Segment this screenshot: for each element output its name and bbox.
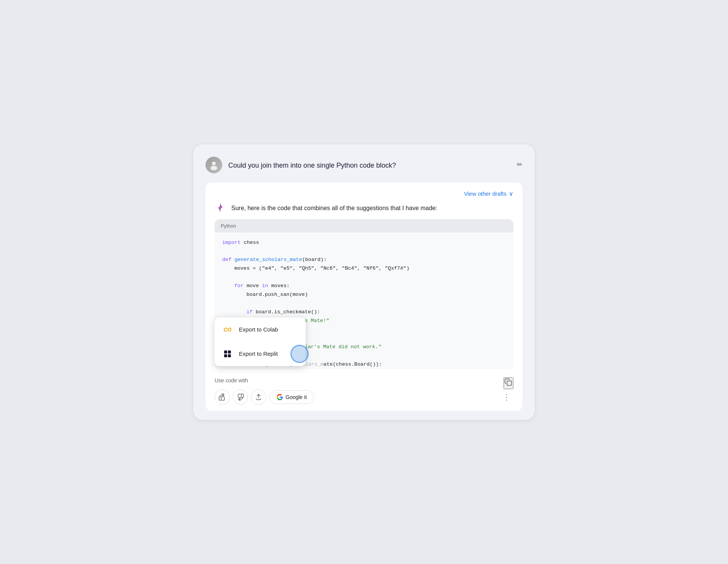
view-drafts-section: View other drafts ∨ [215, 190, 513, 197]
export-replit-item[interactable]: Export to Replit [215, 342, 306, 366]
thumbs-down-icon [237, 393, 244, 401]
code-line: if board.is_checkmate(): [222, 308, 506, 317]
ai-intro-text: Sure, here is the code that combines all… [231, 202, 437, 213]
svg-point-1 [210, 166, 217, 170]
svg-rect-4 [228, 350, 231, 353]
google-g-icon [276, 394, 283, 401]
export-replit-label: Export to Replit [239, 350, 278, 357]
svg-point-0 [212, 162, 216, 165]
replit-logo-icon [223, 349, 232, 358]
avatar-image [206, 157, 222, 173]
code-line: for move in moves: [222, 282, 506, 291]
more-options-button[interactable]: ⋮ [500, 390, 513, 404]
view-drafts-button[interactable]: View other drafts ∨ [464, 190, 513, 197]
code-line: board.push_san(move) [222, 291, 506, 299]
google-it-label: Google it [286, 394, 307, 400]
user-message: Could you join them into one single Pyth… [206, 157, 522, 173]
chevron-down-icon: ∨ [509, 190, 513, 197]
code-line [222, 299, 506, 308]
code-line: def generate_scholars_mate(board): [222, 256, 506, 264]
action-row: Google it ⋮ [215, 390, 513, 405]
replit-icon [222, 349, 233, 359]
edit-icon[interactable]: ✏ [517, 160, 522, 169]
code-block-language: Python [215, 219, 513, 233]
code-line [222, 247, 506, 256]
svg-rect-6 [228, 354, 231, 357]
chat-container: Could you join them into one single Pyth… [193, 145, 535, 420]
share-button[interactable] [251, 390, 266, 405]
svg-rect-5 [224, 354, 227, 357]
thumbs-up-icon [218, 393, 226, 401]
code-line: moves = ("e4", "e5", "Qh5", "Nc6", "Bc4"… [222, 264, 506, 273]
thumbs-up-button[interactable] [215, 390, 230, 405]
more-icon: ⋮ [503, 393, 510, 402]
share-icon [255, 393, 262, 401]
ai-response: View other drafts ∨ Sure, here is the co… [206, 182, 522, 411]
svg-rect-3 [224, 350, 227, 353]
user-message-text: Could you join them into one single Pyth… [228, 157, 396, 171]
copy-icon [504, 378, 513, 386]
click-indicator [290, 345, 309, 363]
gemini-icon [215, 202, 226, 213]
view-drafts-label: View other drafts [464, 190, 507, 197]
colab-icon: CO [222, 324, 233, 335]
code-line: import chess [222, 239, 506, 247]
ai-message-header: Sure, here is the code that combines all… [215, 202, 513, 213]
code-line [222, 273, 506, 282]
thumbs-down-button[interactable] [233, 390, 248, 405]
export-colab-label: Export to Colab [239, 326, 278, 333]
copy-button[interactable] [504, 377, 513, 389]
user-avatar [206, 157, 222, 173]
export-colab-item[interactable]: CO Export to Colab [215, 317, 306, 342]
export-dropdown: CO Export to Colab Export to R [215, 317, 306, 366]
svg-rect-2 [507, 381, 511, 385]
bottom-bar: Use code with CO Export to Colab [215, 374, 513, 385]
use-code-text: Use code with [215, 377, 513, 383]
google-it-button[interactable]: Google it [269, 390, 314, 404]
